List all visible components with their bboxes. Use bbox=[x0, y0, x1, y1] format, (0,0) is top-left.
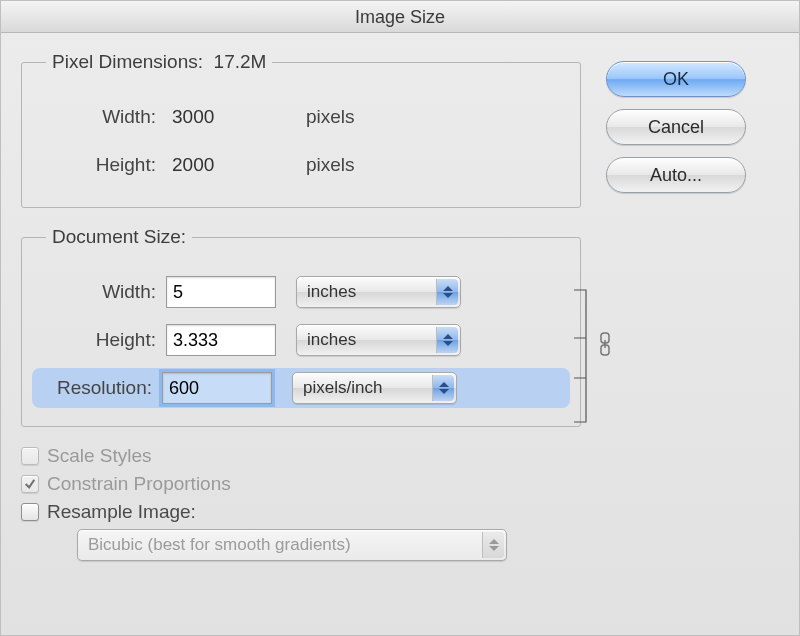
ds-height-input[interactable] bbox=[166, 324, 276, 356]
pd-width-label: Width: bbox=[36, 106, 166, 128]
scale-styles-row: Scale Styles bbox=[21, 445, 581, 467]
document-size-legend: Document Size: bbox=[46, 226, 192, 248]
resample-method-select: Bicubic (best for smooth gradients) bbox=[77, 529, 507, 561]
scale-styles-label: Scale Styles bbox=[47, 445, 152, 467]
pd-width-value: 3000 bbox=[166, 106, 276, 128]
auto-button[interactable]: Auto... bbox=[606, 157, 746, 193]
chain-link-icon bbox=[598, 332, 612, 361]
dialog-title: Image Size bbox=[1, 1, 799, 33]
ds-width-label: Width: bbox=[36, 281, 166, 303]
ds-height-unit-select[interactable]: inches bbox=[296, 324, 461, 356]
pd-height-value: 2000 bbox=[166, 154, 276, 176]
pixel-dimensions-size: 17.2M bbox=[214, 51, 267, 72]
scale-styles-checkbox bbox=[21, 447, 39, 465]
updown-icon bbox=[482, 532, 504, 558]
image-size-dialog: Image Size Pixel Dimensions: 17.2M Width… bbox=[0, 0, 800, 636]
constrain-proportions-row: Constrain Proportions bbox=[21, 473, 581, 495]
constrain-proportions-label: Constrain Proportions bbox=[47, 473, 231, 495]
constrain-bracket-icon bbox=[572, 286, 596, 402]
resample-image-checkbox[interactable] bbox=[21, 503, 39, 521]
resample-image-row: Resample Image: bbox=[21, 501, 581, 523]
updown-icon bbox=[432, 375, 454, 401]
updown-icon bbox=[436, 327, 458, 353]
ds-width-input[interactable] bbox=[166, 276, 276, 308]
ds-resolution-unit-select[interactable]: pixels/inch bbox=[292, 372, 457, 404]
constrain-proportions-checkbox bbox=[21, 475, 39, 493]
pixel-dimensions-group: Pixel Dimensions: 17.2M Width: 3000 pixe… bbox=[21, 51, 581, 208]
ok-button[interactable]: OK bbox=[606, 61, 746, 97]
ds-resolution-label: Resolution: bbox=[36, 377, 162, 399]
pixel-dimensions-legend: Pixel Dimensions: 17.2M bbox=[46, 51, 272, 73]
document-size-group: Document Size: Width: inches bbox=[21, 226, 581, 427]
ds-resolution-input[interactable] bbox=[162, 372, 272, 404]
ds-width-unit-select[interactable]: inches bbox=[296, 276, 461, 308]
pd-height-unit: pixels bbox=[276, 154, 396, 176]
pd-height-label: Height: bbox=[36, 154, 166, 176]
cancel-button[interactable]: Cancel bbox=[606, 109, 746, 145]
ds-height-label: Height: bbox=[36, 329, 166, 351]
pd-width-unit: pixels bbox=[276, 106, 396, 128]
resample-image-label: Resample Image: bbox=[47, 501, 196, 523]
updown-icon bbox=[436, 279, 458, 305]
